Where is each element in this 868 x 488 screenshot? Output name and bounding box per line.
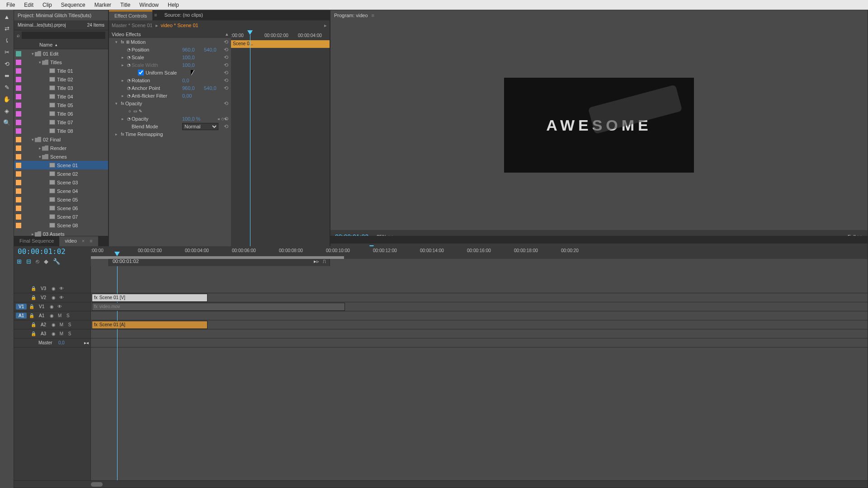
twist-icon[interactable]: ▸	[122, 55, 126, 60]
reset-icon[interactable]: ⟲	[224, 85, 228, 91]
track-header-a2[interactable]: 🔒A2◉MS	[14, 320, 90, 329]
fx-badge-icon[interactable]: fx	[120, 39, 125, 45]
tree-item[interactable]: ▾01 Edit	[14, 49, 108, 58]
reset-icon[interactable]: ⟲	[224, 47, 228, 53]
twist-icon[interactable]: ▾	[38, 60, 42, 65]
menu-sequence[interactable]: Sequence	[57, 1, 90, 9]
tab-video[interactable]: video × ≡	[59, 236, 98, 246]
tree-item[interactable]: ▸Render	[14, 144, 108, 152]
menu-help[interactable]: Help	[163, 1, 184, 9]
tree-item[interactable]: ▾02 Final	[14, 135, 108, 144]
property-row[interactable]: Blend ModeNormal⟲	[109, 122, 231, 130]
tab-source[interactable]: Source: (no clips)	[159, 10, 208, 20]
stopwatch-icon[interactable]: ◔	[126, 93, 132, 99]
property-row[interactable]: ▾fx⊞Motion⟲	[109, 38, 231, 46]
mask-rect-icon[interactable]: ▭	[132, 108, 138, 114]
lock-icon[interactable]: 🔒	[30, 322, 37, 328]
menubar[interactable]: FileEditClipSequenceMarkerTitleWindowHel…	[0, 0, 868, 10]
panel-menu-icon[interactable]: ≡	[90, 238, 92, 244]
tree-item[interactable]: Scene 05	[14, 195, 108, 204]
mask-ellipse-icon[interactable]: ○	[127, 108, 132, 114]
expand-icon[interactable]: ▸◂	[84, 340, 89, 345]
lock-icon[interactable]: 🔒	[30, 295, 37, 301]
tab-effect-controls[interactable]: Effect Controls	[109, 10, 152, 20]
track-header-v1[interactable]: V1🔒V1◉👁	[14, 302, 90, 311]
reset-icon[interactable]: ⟲	[224, 77, 228, 84]
twist-icon[interactable]: ▸	[38, 146, 42, 150]
tool-6[interactable]: ✎	[2, 82, 12, 92]
clip-video[interactable]: fxvideo.mov	[92, 303, 345, 311]
mute-icon[interactable]: M	[58, 322, 65, 328]
clip-scene01-a[interactable]: fxScene 01 [A]	[92, 321, 208, 329]
property-row[interactable]: ▾fxOpacity⟲	[109, 99, 231, 107]
tree-item[interactable]: Scene 01	[14, 161, 108, 169]
reset-icon[interactable]: ⟲	[224, 123, 228, 130]
mute-icon[interactable]: M	[58, 331, 65, 337]
panel-menu-icon[interactable]: ≡	[152, 10, 159, 20]
snap-icon[interactable]: ⊟	[26, 258, 31, 265]
twist-icon[interactable]: ▸	[115, 132, 120, 136]
reset-icon[interactable]: ⟲	[224, 70, 228, 76]
tree-item[interactable]: Title 04	[14, 92, 108, 101]
collapse-icon[interactable]: ▴	[226, 31, 228, 37]
stopwatch-icon[interactable]: ◔	[126, 78, 132, 83]
property-row[interactable]: ▸◔Scale Width100,0⟲	[109, 61, 231, 69]
timeline-playhead[interactable]	[114, 252, 120, 256]
tree-item[interactable]: Scene 06	[14, 204, 108, 212]
tree-item[interactable]: Title 06	[14, 109, 108, 118]
target-icon[interactable]: ◉	[50, 286, 57, 292]
tool-2[interactable]: ⤹	[2, 35, 12, 45]
property-value[interactable]: 960,0	[182, 47, 195, 52]
mask-pen-icon[interactable]: ✎	[138, 108, 143, 114]
marker-icon[interactable]: ◆	[44, 258, 48, 265]
tree-item[interactable]: Scene 08	[14, 221, 108, 230]
ec-toggle-icon[interactable]: ▸▹	[314, 258, 319, 264]
tree-item[interactable]: Scene 02	[14, 169, 108, 178]
property-value[interactable]: 0,00	[182, 93, 192, 99]
property-value[interactable]: 100,0	[182, 62, 195, 68]
track-label[interactable]: V1	[37, 304, 47, 309]
reset-icon[interactable]: ⟲	[224, 39, 228, 45]
track-header-a3[interactable]: 🔒A3◉MS	[14, 329, 90, 338]
property-value[interactable]: 540,0	[204, 85, 217, 91]
settings-icon[interactable]: 🔧	[53, 258, 60, 265]
menu-clip[interactable]: Clip	[38, 1, 57, 9]
twist-icon[interactable]: ▸	[122, 117, 126, 121]
tree-item[interactable]: Title 02	[14, 75, 108, 84]
twist-icon[interactable]: ▾	[115, 101, 120, 106]
property-row[interactable]: ▸◔Rotation0,0⟲	[109, 76, 231, 84]
track-label[interactable]: V3	[38, 286, 48, 291]
solo-icon[interactable]: S	[66, 322, 73, 328]
property-value[interactable]: 540,0	[204, 47, 217, 52]
track-label[interactable]: A3	[38, 331, 48, 336]
timeline-ruler[interactable]: :00:0000:00:02:0000:00:04:0000:00:06:000…	[91, 246, 868, 256]
work-area[interactable]	[91, 256, 344, 259]
scrollbar-thumb[interactable]	[91, 482, 103, 487]
menu-window[interactable]: Window	[135, 1, 163, 9]
menu-title[interactable]: Title	[116, 1, 135, 9]
tool-3[interactable]: ✂	[2, 47, 12, 57]
clip-scene01-v[interactable]: fxScene 01 [V]	[92, 294, 208, 302]
reset-icon[interactable]: ⟲	[224, 54, 228, 61]
property-row[interactable]: Uniform Scale⟲	[109, 69, 231, 76]
tree-item[interactable]: Title 08	[14, 127, 108, 135]
mute-icon[interactable]: M	[57, 313, 63, 319]
tree-item[interactable]: Scene 04	[14, 187, 108, 195]
property-row[interactable]: ◔Position960,0540,0⟲	[109, 46, 231, 53]
solo-icon[interactable]: S	[65, 313, 71, 319]
track-header-a1[interactable]: A1🔒A1◉MS	[14, 311, 90, 320]
target-icon[interactable]: ◉	[48, 313, 55, 319]
twist-icon[interactable]: ▾	[38, 155, 42, 159]
property-row[interactable]: ▸◔Anti-flicker Filter0,00	[109, 92, 231, 99]
target-icon[interactable]: ◉	[48, 304, 55, 310]
stopwatch-icon[interactable]: ◔	[126, 85, 132, 91]
tree-item[interactable]: Title 01	[14, 66, 108, 75]
target-icon[interactable]: ◉	[50, 322, 57, 328]
twist-icon[interactable]: ▸	[122, 94, 126, 98]
property-value[interactable]: 960,0	[182, 85, 195, 91]
twist-icon[interactable]: ▸	[122, 78, 126, 83]
property-row[interactable]: ▸◔Scale100,0⟲	[109, 53, 231, 61]
tool-0[interactable]: ▲	[2, 12, 12, 22]
menu-marker[interactable]: Marker	[90, 1, 116, 9]
menu-file[interactable]: File	[2, 1, 19, 9]
